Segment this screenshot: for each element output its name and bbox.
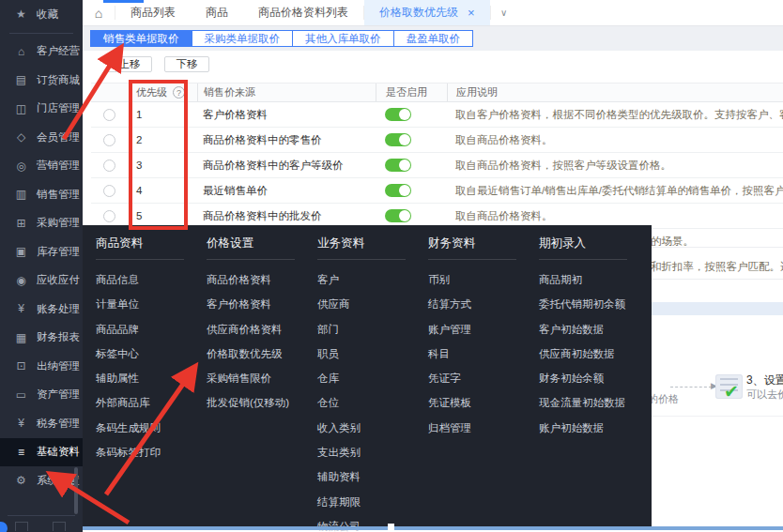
enabled-toggle[interactable]: [385, 159, 411, 172]
sidebar-item-label: 基础资料: [37, 445, 80, 459]
menu-item[interactable]: 支出类别: [317, 440, 415, 464]
sidebar-item-icon: ◉: [12, 274, 30, 287]
sidebar-item[interactable]: ◇ 会员管理: [0, 123, 83, 152]
menu-item[interactable]: 归档管理: [428, 416, 526, 440]
sidebar-item[interactable]: ⚙ 系统设置: [0, 466, 83, 495]
menu-item[interactable]: 计量单位: [96, 292, 193, 316]
row-radio[interactable]: [103, 134, 115, 146]
row-radio[interactable]: [103, 160, 115, 172]
enabled-toggle[interactable]: [385, 209, 411, 222]
menu-item[interactable]: 采购销售限价: [207, 366, 304, 390]
menu-item[interactable]: 条码标签打印: [96, 440, 193, 464]
menu-item[interactable]: 仓库: [317, 366, 415, 390]
page-tab[interactable]: 商品列表: [115, 0, 191, 25]
menu-item[interactable]: 批发促销(仅移动): [207, 390, 304, 415]
enabled-toggle[interactable]: [385, 108, 411, 121]
menu-item[interactable]: 供应商初始数据: [539, 342, 637, 366]
menu-item[interactable]: 账户初始数据: [539, 416, 637, 440]
sidebar-item-icon: ⌂: [12, 45, 30, 58]
menu-item[interactable]: 客户初始数据: [539, 317, 637, 342]
menu-item[interactable]: 结算期限: [317, 490, 415, 514]
sidebar-scrollbar[interactable]: [74, 467, 78, 514]
menu-item[interactable]: 供应商价格资料: [207, 317, 304, 342]
sidebar-item[interactable]: ◫ 门店管理: [0, 95, 83, 124]
row-radio[interactable]: [103, 109, 115, 121]
menu-item[interactable]: 凭证字: [428, 366, 526, 390]
menu-item[interactable]: 价格取数优先级: [207, 342, 304, 366]
sidebar-item-label: 营销管理: [37, 159, 80, 173]
menu-item[interactable]: 凭证模板: [428, 390, 526, 415]
menu-item[interactable]: 条码生成规则: [96, 416, 193, 440]
sidebar-item[interactable]: ▥ 销售管理: [0, 180, 83, 209]
toggle-knob: [399, 160, 410, 171]
menu-item[interactable]: 委托代销期初余额: [539, 292, 637, 316]
sidebar-item[interactable]: ¥ 账务处理: [0, 295, 83, 324]
menu-item[interactable]: 外部商品库: [96, 390, 193, 415]
menu-column-title: 商品资料: [96, 233, 193, 253]
menu-item[interactable]: 现金流量初始数据: [539, 390, 637, 415]
page-tab-active[interactable]: 价格取数优先级 ×: [364, 0, 490, 25]
enabled-toggle[interactable]: [385, 133, 411, 146]
menu-item[interactable]: 供应商: [317, 292, 415, 316]
sidebar-item[interactable]: ⊞ 采购管理: [0, 209, 83, 238]
menu-item[interactable]: 客户价格资料: [207, 292, 304, 316]
home-icon[interactable]: ⌂: [83, 0, 115, 25]
menu-item[interactable]: 收入类别: [317, 416, 415, 440]
menu-item[interactable]: 账户管理: [428, 317, 526, 342]
sidebar-item-label: 财务报表: [37, 330, 80, 344]
sidebar-item[interactable]: ▤ 订货商城: [0, 66, 83, 95]
partial-icon: [15, 522, 28, 531]
row-radio[interactable]: [103, 210, 115, 222]
row-radio[interactable]: [103, 185, 115, 197]
sidebar-item-label: 出纳管理: [37, 359, 80, 373]
menu-item[interactable]: 商品信息: [96, 267, 193, 292]
menu-title-rule: [539, 259, 627, 260]
move-down-button[interactable]: 下移: [164, 56, 209, 72]
sidebar-item[interactable]: ◉ 应收应付: [0, 266, 83, 296]
sidebar-item[interactable]: ▦ 财务报表: [0, 324, 83, 353]
menu-item[interactable]: 辅助属性: [96, 366, 193, 390]
sidebar-item[interactable]: ≡ 基础资料: [0, 438, 83, 467]
sidebar-item[interactable]: ⌂ 客户经营: [0, 38, 83, 67]
resize-handle[interactable]: [388, 524, 394, 530]
sidebar-item-icon: ◫: [12, 102, 30, 115]
pricing-tab[interactable]: 销售类单据取价: [90, 30, 192, 47]
pricing-tab[interactable]: 盘盈单取价: [393, 30, 474, 47]
page-tab[interactable]: 商品价格资料列表: [243, 0, 363, 25]
menu-item[interactable]: 结算方式: [428, 292, 526, 316]
highlighted-row-fragment: [652, 302, 783, 315]
step-subtitle: 可以去价: [746, 388, 783, 402]
menu-item[interactable]: 部门: [317, 317, 415, 342]
sidebar-item-icon: ⊡: [12, 359, 30, 372]
help-icon[interactable]: ?: [173, 86, 185, 99]
sidebar-item[interactable]: ▭ 资产管理: [0, 381, 83, 410]
move-up-button[interactable]: 上移: [107, 56, 152, 72]
close-icon[interactable]: ×: [468, 6, 475, 20]
sidebar-item[interactable]: ¥ 税务管理: [0, 409, 83, 438]
sidebar-item[interactable]: ⊡ 出纳管理: [0, 352, 83, 381]
menu-item[interactable]: 商品品牌: [96, 317, 193, 342]
menu-item[interactable]: 客户: [317, 267, 415, 292]
sidebar-item-label: 应收应付: [37, 273, 80, 287]
menu-item[interactable]: 商品期初: [539, 267, 637, 292]
menu-item[interactable]: 币别: [428, 267, 526, 292]
chevron-down-icon[interactable]: ∨: [491, 0, 517, 25]
page-tab[interactable]: 商品: [191, 0, 243, 25]
sidebar-item[interactable]: ▣ 库存管理: [0, 237, 83, 266]
menu-item[interactable]: 辅助资料: [317, 464, 415, 489]
sidebar-item-favorites[interactable]: ★ 收藏: [0, 0, 83, 29]
menu-item[interactable]: 财务初始余额: [539, 366, 637, 390]
menu-item[interactable]: 商品价格资料: [207, 267, 304, 292]
menu-item[interactable]: 标签中心: [96, 342, 193, 366]
sidebar-item-icon: ⊞: [12, 217, 30, 230]
menu-item[interactable]: 职员: [317, 342, 415, 366]
sidebar-item[interactable]: ◎ 营销管理: [0, 152, 83, 181]
pricing-tab[interactable]: 其他入库单取价: [292, 30, 394, 47]
enabled-toggle[interactable]: [385, 184, 411, 197]
sidebar-item-label: 客户经营: [37, 44, 80, 58]
row-source: 客户价格资料: [197, 108, 376, 122]
menu-item[interactable]: 仓位: [317, 390, 415, 415]
pricing-tab[interactable]: 采购类单据取价: [192, 30, 294, 47]
sidebar-item-icon: ▤: [12, 73, 30, 86]
menu-item[interactable]: 科目: [428, 342, 526, 366]
